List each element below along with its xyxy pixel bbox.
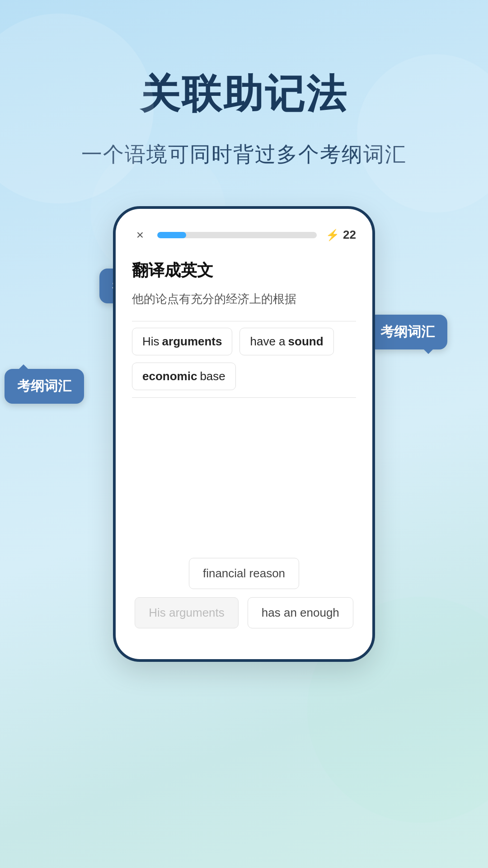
- progress-fill: [157, 232, 186, 238]
- answer-sound: sound: [288, 335, 324, 349]
- divider-bottom: [132, 397, 356, 398]
- close-button[interactable]: ×: [132, 227, 148, 243]
- answer-line-1: His arguments have a sound: [132, 328, 356, 355]
- divider-top: [132, 321, 356, 321]
- choices-section: financial reason His arguments has an en…: [132, 558, 356, 628]
- phone-wrapper: 考纲词汇 考纲词汇 考纲词汇 × ⚡: [113, 206, 375, 662]
- quiz-label: 翻译成英文: [132, 259, 356, 282]
- choice-his-arguments[interactable]: His arguments: [135, 597, 239, 628]
- choice-has-an-enough[interactable]: has an enough: [248, 597, 353, 628]
- answer-arguments: arguments: [162, 335, 222, 349]
- answer-base: base: [200, 369, 225, 383]
- score-value: 22: [343, 228, 356, 242]
- answer-his: His: [142, 335, 160, 349]
- tooltip-economic: 考纲词汇: [5, 369, 84, 404]
- lightning-icon: ⚡: [326, 229, 339, 241]
- phone-inner: × ⚡ 22 翻译成英文 他的论点有充分的经济上的根据: [116, 209, 372, 660]
- blank-area: [132, 404, 356, 531]
- answer-chip-2: have a sound: [239, 328, 333, 355]
- choice-row-1: financial reason: [132, 558, 356, 589]
- choice-row-2: His arguments has an enough: [132, 597, 356, 628]
- answer-economic: economic: [142, 369, 197, 383]
- progress-track: [157, 232, 317, 238]
- answer-have-a: have a: [250, 335, 285, 349]
- page-container: 关联助记法 一个语境可同时背过多个考纲词汇 考纲词汇 考纲词汇 考纲词汇 ×: [0, 0, 488, 868]
- tooltip-sound: 考纲词汇: [368, 315, 447, 349]
- answer-chip-3: economic base: [132, 363, 236, 390]
- answer-chip-1: His arguments: [132, 328, 232, 355]
- answer-line-2: economic base: [132, 363, 356, 390]
- phone-frame: × ⚡ 22 翻译成英文 他的论点有充分的经济上的根据: [113, 206, 375, 662]
- choice-financial-reason[interactable]: financial reason: [189, 558, 299, 589]
- score-area: ⚡ 22: [326, 228, 356, 242]
- phone-topbar: × ⚡ 22: [132, 227, 356, 243]
- quiz-sentence: 他的论点有充分的经济上的根据: [132, 290, 356, 309]
